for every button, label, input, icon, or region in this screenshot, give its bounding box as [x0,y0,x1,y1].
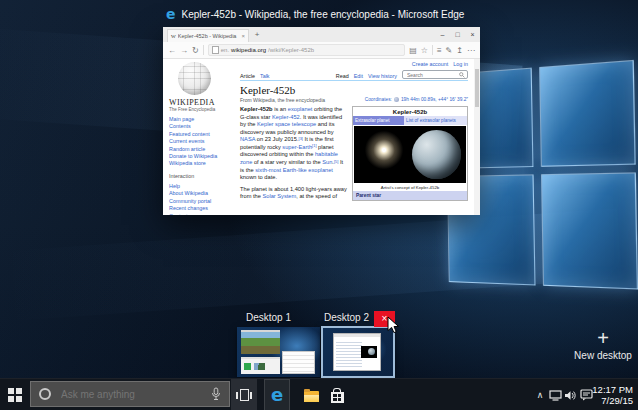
infobox-header-right[interactable]: List of extrasolar planets [404,116,467,125]
tray-overflow-chevron[interactable]: ∧ [534,379,546,410]
wiki-link[interactable]: NASA [240,136,255,142]
maximize-button[interactable]: □ [450,27,465,42]
toolbar-divider [203,45,204,55]
wiki-tabs-row: ArticleTalk ReadEditView history [240,69,468,81]
folder-icon [304,391,319,402]
file-explorer-button[interactable] [298,379,324,410]
wiki-link[interactable]: Solar System [262,193,296,199]
wiki-page-tab[interactable]: Talk [260,73,270,80]
tab-close-icon[interactable]: × [241,33,245,39]
infobox-caption: Artist's concept of Kepler-452b [353,184,467,191]
wiki-link[interactable]: Sun [322,159,332,165]
wiki-account-link[interactable]: Create account [412,61,449,67]
wiki-sidebar-link[interactable]: Random article [169,147,235,153]
microphone-icon[interactable] [211,387,221,401]
infobox-header-left[interactable]: Extrasolar planet [353,116,404,125]
article-paragraph: Kepler-452b is an exoplanet orbiting the… [240,106,347,182]
wiki-view-tab[interactable]: Edit [354,73,363,80]
wiki-sidebar-link[interactable]: Current events [169,139,235,145]
wiki-sidebar-link[interactable]: Contact page [169,214,235,216]
close-desktop2-button[interactable]: × [374,311,395,327]
wiki-article-area: Create accountLog in ArticleTalk ReadEdi… [235,59,480,215]
hub-icon[interactable]: ≡ [437,46,442,55]
edge-toolbar: ← → ↻ en.wikipedia.org/wiki/Kepler-452b … [163,42,480,59]
wiki-sidebar-link[interactable]: About Wikipedia [169,191,235,197]
wiki-link[interactable]: super-Earth [282,144,312,150]
store-bag-icon [331,392,344,403]
new-tab-button[interactable]: + [249,28,265,41]
wiki-page-tab[interactable]: Article [240,73,255,80]
wiki-link[interactable]: [1] [312,143,316,148]
text-run: of a star very similar to the [252,159,322,165]
wiki-interaction-links: HelpAbout WikipediaCommunity portalRecen… [169,184,235,215]
desktop1-thumbnail[interactable] [237,327,320,377]
wikipedia-wordmark: WIKIPEDIA [169,98,235,107]
wikipedia-page: WIKIPEDIA The Free Encyclopedia Main pag… [163,59,480,215]
wiki-link[interactable]: [3] [299,136,303,141]
volume-icon[interactable] [563,379,577,410]
wiki-link[interactable]: sixth-most Earth-like exoplanet [255,167,333,173]
wiki-sidebar-link[interactable]: Featured content [169,132,235,138]
window-controls: – □ × [435,27,480,42]
wiki-view-tab[interactable]: Read [336,73,349,80]
wiki-link[interactable]: Kepler space telescope [257,121,316,127]
coordinates-line[interactable]: Coordinates: 19h 44m 00.89s, +44° 16′ 39… [365,97,468,102]
share-icon[interactable]: ↥ [456,46,463,55]
task-view-button[interactable] [231,379,257,410]
back-icon[interactable]: ← [168,46,176,55]
desktop1-label: Desktop 1 [246,312,291,323]
mini-document-window [282,351,315,374]
address-bar[interactable]: en.wikipedia.org/wiki/Kepler-452b [208,44,405,56]
text-run: known to date. [240,174,277,180]
new-desktop-button[interactable]: + New desktop [567,330,638,361]
scrollbar[interactable] [474,59,480,215]
wiki-search-box[interactable] [402,70,468,79]
desktop2-thumbnail-selected[interactable] [321,326,395,378]
edge-icon: e [271,386,283,404]
task-view-screen: e Kepler-452b - Wikipedia, the free ency… [0,0,638,410]
wiki-sidebar-link[interactable]: Donate to Wikipedia [169,154,235,160]
browser-tab[interactable]: W Kepler-452b - Wikipedia × [167,29,249,42]
wiki-sidebar-link[interactable]: Main page [169,117,235,123]
minimize-button[interactable]: – [435,27,450,42]
refresh-icon[interactable]: ↻ [192,46,199,55]
taskbar-clock[interactable]: 12:17 PM 7/29/15 [592,379,633,410]
scrollbar-thumb[interactable] [475,69,479,107]
web-note-icon[interactable]: ✎ [446,46,453,55]
text-run: is an [273,106,288,112]
wiki-sidebar-link[interactable]: Contents [169,124,235,130]
network-icon[interactable] [548,379,563,410]
wiki-account-link[interactable]: Log in [453,61,468,67]
wiki-sidebar-link[interactable]: Wikipedia store [169,161,235,167]
edge-tab-bar: W Kepler-452b - Wikipedia × + – □ × [163,27,480,42]
wiki-view-tab[interactable]: View history [368,73,397,80]
close-button[interactable]: × [465,27,480,42]
windows-store-button[interactable] [324,379,350,410]
edge-window-preview[interactable]: W Kepler-452b - Wikipedia × + – □ × ← → … [163,27,480,215]
logo-pane [539,60,636,167]
wiki-link[interactable]: exoplanet [288,106,313,112]
task-view-icon [236,389,252,401]
planet-artist-concept-image[interactable] [354,126,466,183]
cortana-search-box[interactable] [30,381,230,407]
reading-view-icon[interactable]: ▤ [409,46,417,55]
wiki-search-input[interactable] [405,71,459,79]
plus-icon: + [567,330,638,347]
wiki-link[interactable]: Kepler-452 [272,114,300,120]
wiki-link[interactable]: [5] [334,159,338,164]
more-icon[interactable]: ⋯ [467,46,475,55]
wikipedia-globe-logo[interactable] [178,62,211,95]
wiki-sidebar-link[interactable]: Recent changes [169,206,235,212]
toolbar-divider [432,45,433,55]
wiki-sidebar-link[interactable]: Community portal [169,199,235,205]
clock-time: 12:17 PM [592,384,633,395]
taskbar-search-input[interactable] [59,388,203,401]
favorite-star-icon[interactable]: ☆ [421,46,428,55]
start-button[interactable] [0,379,30,410]
forward-icon[interactable]: → [180,46,188,55]
taskbar: e ∧ 12:17 PM 7/29/15 [0,378,638,410]
article-subtitle: From Wikipedia, the free encyclopedia [240,97,325,103]
taskbar-edge-button[interactable]: e [264,379,290,410]
infobox-header-row: Extrasolar planet List of extrasolar pla… [353,116,467,125]
wiki-sidebar-link[interactable]: Help [169,184,235,190]
